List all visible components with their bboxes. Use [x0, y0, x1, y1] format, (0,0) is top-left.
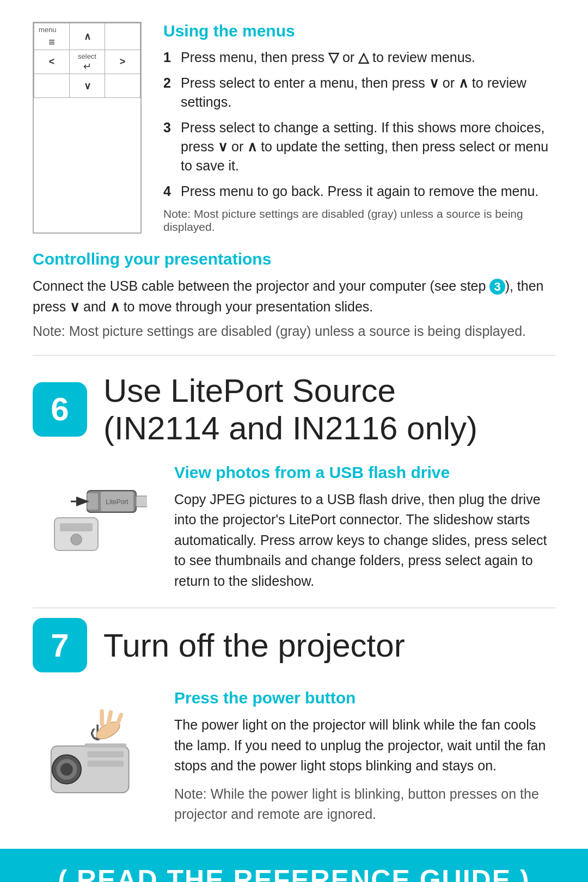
usb-body: Copy JPEG pictures to a USB flash drive,… — [174, 489, 555, 592]
menu-step-4: 4 Press menu to go back. Press it again … — [163, 182, 555, 201]
step6-number: 6 — [33, 382, 87, 437]
svg-rect-14 — [87, 761, 124, 767]
menu-step-2: 2 Press select to enter a menu, then pre… — [163, 74, 555, 112]
power-section: ⏻ Press the power button The power light… — [33, 689, 555, 832]
usb-drive-svg: LitePort — [38, 469, 147, 567]
power-note: Note: While the power light is blinking,… — [174, 784, 555, 825]
projector-illustration: ⏻ — [33, 689, 152, 808]
divider-2 — [33, 608, 555, 608]
menu-label: menu — [36, 24, 67, 34]
svg-point-12 — [60, 763, 73, 776]
step7-title: Turn off the projector — [103, 627, 405, 664]
menu-instructions: Using the menus 1 Press menu, then press… — [163, 22, 555, 234]
menu-steps-list: 1 Press menu, then press ▽ or △ to revie… — [163, 48, 555, 201]
svg-line-18 — [116, 715, 121, 728]
svg-rect-7 — [60, 523, 93, 531]
power-body1: The power light on the projector will bl… — [174, 715, 555, 776]
step6-title: Use LitePort Source (IN2114 and IN2116 o… — [103, 372, 477, 447]
menus-note: Note: Most picture settings are disabled… — [163, 207, 555, 234]
power-content: Press the power button The power light o… — [174, 689, 555, 832]
menu-step-1: 1 Press menu, then press ▽ or △ to revie… — [163, 48, 555, 67]
projector-svg: ⏻ — [38, 694, 147, 803]
controlling-body: Connect the USB cable between the projec… — [33, 276, 555, 317]
usb-illustration: LitePort — [33, 463, 152, 572]
controlling-note: Note: Most picture settings are disabled… — [33, 321, 555, 342]
svg-line-17 — [108, 712, 111, 725]
step7-block: 7 Turn off the projector — [33, 618, 555, 672]
usb-title: View photos from a USB flash drive — [174, 463, 555, 482]
power-title: Press the power button — [174, 689, 555, 707]
svg-text:LitePort: LitePort — [106, 498, 128, 506]
controlling-title: Controlling your presentations — [33, 250, 555, 268]
using-menus-title: Using the menus — [163, 22, 555, 40]
usb-section: LitePort View photos from a USB flash d — [33, 463, 555, 592]
menu-step-3: 3 Press select to change a setting. If t… — [163, 118, 555, 175]
step6-block: 6 Use LitePort Source (IN2114 and IN2116… — [33, 372, 555, 447]
svg-point-8 — [71, 534, 82, 545]
divider-1 — [33, 355, 555, 356]
reference-banner-text: ( READ THE REFERENCE GUIDE ) — [0, 864, 588, 883]
keypad-diagram: menu ≡ ∧ < select ↵ > — [33, 22, 142, 234]
using-menus-section: menu ≡ ∧ < select ↵ > — [33, 22, 555, 234]
svg-rect-20 — [85, 743, 126, 748]
step7-number: 7 — [33, 618, 87, 672]
svg-rect-13 — [87, 751, 124, 757]
select-label: select — [72, 51, 102, 60]
reference-banner: ( READ THE REFERENCE GUIDE ) — [0, 849, 588, 883]
svg-rect-2 — [136, 496, 147, 507]
svg-rect-1 — [87, 493, 98, 510]
controlling-section: Controlling your presentations Connect t… — [33, 250, 555, 342]
usb-content: View photos from a USB flash drive Copy … — [174, 463, 555, 592]
